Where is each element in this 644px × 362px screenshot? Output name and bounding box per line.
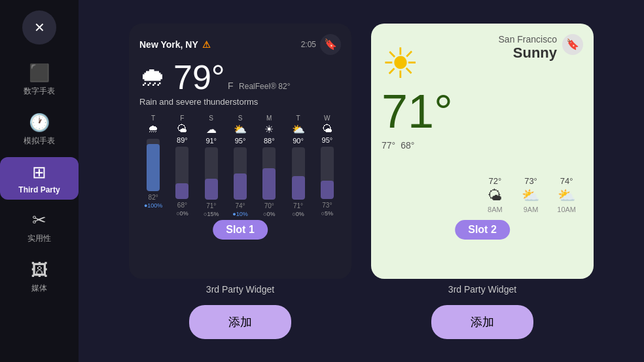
sidebar-label-media: 媒体: [31, 283, 47, 294]
media-icon: 🖼: [31, 260, 48, 280]
slot2-badge: Slot 2: [455, 220, 510, 240]
sidebar-label-utility: 实用性: [27, 233, 51, 244]
digital-watch-icon: ⬛: [29, 63, 50, 83]
widget1-condition: Rain and severe thunderstorms: [139, 97, 341, 107]
widget2-highlow: 77° 68°: [382, 140, 583, 151]
sidebar: ✕ ⬛ 数字手表 🕐 模拟手表 ⊞ Third Party ✂ 实用性 🖼 媒体: [0, 0, 79, 362]
sidebar-label-third-party: Third Party: [18, 185, 60, 194]
widget2-slot-label: 3rd Party Widget: [448, 284, 516, 295]
third-party-icon: ⊞: [32, 162, 46, 183]
sidebar-item-analog-watch[interactable]: 🕐 模拟手表: [0, 107, 79, 152]
widget2-sun-icon: ☀: [382, 40, 419, 87]
widget2-hourly: 72° 🌤 8AM 73° ⛅ 9AM 74° ⛅ 10AM: [478, 176, 583, 213]
sidebar-item-media[interactable]: 🖼 媒体: [0, 255, 79, 299]
widget2-temp: 71°: [382, 88, 583, 135]
widget1-weather-icon: 🌧: [139, 62, 166, 92]
slot1-badge: Slot 1: [213, 220, 268, 240]
forecast-col-f: F 🌤 89° 68° ○0%: [168, 115, 196, 217]
weather-widget-light: 🔖 San Francisco Sunny ☀ 71° 77° 68°: [371, 24, 594, 279]
widget1-slot-label: 3rd Party Widget: [206, 284, 274, 295]
forecast-col-t2: T ⛅ 90° 71° ○0%: [284, 115, 312, 217]
widget1-header: New York, NY ⚠ 2:05 🔖: [139, 34, 341, 55]
sidebar-label-analog-watch: 模拟手表: [24, 136, 55, 147]
forecast-col-m: M ☀ 88° 70° ○0%: [255, 115, 283, 217]
widget-card-1: New York, NY ⚠ 2:05 🔖 🌧 79° F RealFeel® …: [129, 24, 351, 339]
widget2-add-button[interactable]: 添加: [431, 305, 533, 339]
widget1-realfeel: RealFeel® 82°: [239, 82, 290, 91]
utility-icon: ✂: [32, 210, 46, 230]
hourly-item-10am: 74° ⛅ 10AM: [550, 176, 583, 213]
forecast-col-t1: T 🌧 82° ●100%: [139, 115, 167, 217]
widget1-bookmark-icon[interactable]: 🔖: [320, 34, 341, 55]
weather-widget-dark: New York, NY ⚠ 2:05 🔖 🌧 79° F RealFeel® …: [129, 24, 351, 279]
analog-watch-icon: 🕐: [29, 113, 50, 133]
widget1-city: New York, NY ⚠: [139, 39, 211, 50]
widget1-forecast: T 🌧 82° ●100% F 🌤 89° 68° ○0%: [139, 115, 341, 217]
widget1-add-button[interactable]: 添加: [189, 305, 291, 339]
warning-icon: ⚠: [202, 39, 211, 50]
sidebar-label-digital-watch: 数字手表: [24, 86, 55, 97]
widget-card-2: 🔖 San Francisco Sunny ☀ 71° 77° 68°: [371, 24, 594, 339]
hourly-item-9am: 73° ⛅ 9AM: [514, 176, 548, 213]
sidebar-item-utility[interactable]: ✂ 实用性: [0, 205, 79, 249]
widget1-temp: 79°: [173, 58, 225, 96]
widget2-city: San Francisco: [499, 34, 557, 45]
forecast-col-s2: S ⛅ 95° 74° ●10%: [226, 115, 254, 217]
sidebar-item-third-party[interactable]: ⊞ Third Party: [0, 157, 79, 200]
forecast-col-w: W 🌤 95° 73° ○5%: [313, 115, 341, 217]
forecast-col-s1: S ☁ 91° 71° ○15%: [198, 115, 225, 217]
sidebar-item-digital-watch[interactable]: ⬛ 数字手表: [0, 58, 79, 102]
widget2-condition: Sunny: [499, 45, 557, 62]
widget1-time: 2:05: [301, 40, 316, 49]
main-content: New York, NY ⚠ 2:05 🔖 🌧 79° F RealFeel® …: [79, 0, 644, 362]
hourly-item-8am: 72° 🌤 8AM: [478, 176, 512, 213]
widget2-bookmark-icon[interactable]: 🔖: [562, 34, 583, 55]
close-button[interactable]: ✕: [22, 10, 56, 45]
widget1-temp-section: 🌧 79° F RealFeel® 82°: [139, 60, 341, 94]
